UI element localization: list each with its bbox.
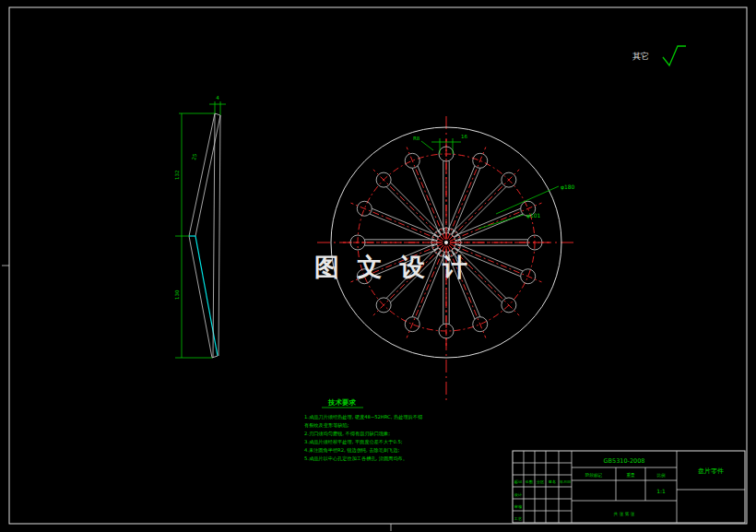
titleblock-header: 年月日 <box>560 479 572 484</box>
note-line: 4.未注圆角半径R2, 锐边倒钝, 去除毛刺飞边; <box>304 447 399 454</box>
slot-centerline <box>373 170 443 240</box>
side-profile-inner-upper <box>195 115 220 236</box>
slot-centerline <box>449 170 519 240</box>
side-profile-inner-lower <box>195 236 218 356</box>
dim-angle: 25 <box>191 153 197 161</box>
note-line: 1.成品刀片须经热处理, 硬度48~52HRC, 热处理后不得 <box>304 414 423 420</box>
scale-value: 1:1 <box>656 488 666 494</box>
scale-label: 比例 <box>656 473 666 479</box>
slot-side <box>456 208 521 235</box>
weight-label: 重量 <box>626 472 635 478</box>
dim-upper: 132 <box>174 171 180 181</box>
dim-thickness: 4 <box>216 95 219 100</box>
roughness-note: 其它 <box>632 46 686 65</box>
titleblock-role: 审核 <box>514 504 523 509</box>
slot-side <box>456 187 505 236</box>
note-line: 5.成品片以中心孔定位加工各槽孔, 沿圆周均布。 <box>304 455 408 462</box>
side-view: 4 25 132 130 <box>174 95 226 358</box>
titleblock-role: 工艺 <box>514 516 523 521</box>
side-back-edge-inner <box>219 115 220 356</box>
leader-upper-label: φ180 <box>561 183 575 191</box>
slot-side <box>448 166 475 231</box>
note-line: 有裂纹及变形等缺陷; <box>304 422 349 429</box>
sheet-label: 共 张 第 张 <box>614 512 635 517</box>
side-top-cap <box>215 113 220 115</box>
dim-lower: 130 <box>174 290 180 300</box>
slot-side <box>370 214 434 241</box>
stage-label: 阶段标记 <box>585 472 603 479</box>
title-block: GB5310-2008 盘片零件 阶段标记 重量 比例 1:1 共 张 第 张 … <box>513 451 745 523</box>
notes-title: 技术要求 <box>327 398 357 407</box>
dim-width: 16 <box>461 134 467 139</box>
other-surfaces-label: 其它 <box>632 52 649 61</box>
notes-lines: 1.成品刀片须经热处理, 硬度48~52HRC, 热处理后不得 有裂纹及变形等缺… <box>304 414 423 462</box>
leader-line <box>496 186 559 214</box>
slot-side <box>454 168 480 232</box>
leader-lower-label: φ101 <box>526 212 541 219</box>
tech-notes: 技术要求 1.成品刀片须经热处理, 硬度48~52HRC, 热处理后不得 有裂纹… <box>304 398 423 462</box>
note-line: 3.成品片须经校平处理, 平面度公差不大于0.5; <box>304 439 403 445</box>
part-name: 盘片零件 <box>698 467 724 475</box>
slot-side <box>386 187 435 236</box>
watermark-text: 图 文 设 计 <box>314 253 472 281</box>
tb-header-row: 标记处数分区签名年月日 <box>514 479 571 485</box>
titleblock-header: 处数 <box>526 479 534 484</box>
slot-side <box>418 166 444 231</box>
titleblock-role: 设计 <box>514 492 523 497</box>
titleblock-header: 分区 <box>537 479 545 484</box>
dim-radius: R8 <box>413 136 420 141</box>
slot-side <box>372 208 436 235</box>
drawing-code: GB5310-2008 <box>604 457 645 465</box>
leader-line <box>421 141 433 150</box>
note-line: 2.刃口须均匀磨锐, 不得有崩刃缺口现象; <box>304 431 390 437</box>
cad-drawing: 其它 4 25 132 130 R8 <box>0 0 756 532</box>
slot-side <box>412 168 439 232</box>
center-point <box>444 241 448 244</box>
titleblock-header: 签名 <box>549 479 556 484</box>
cad-sheet: 其它 4 25 132 130 R8 <box>0 0 756 532</box>
roughness-check-icon <box>663 46 686 65</box>
titleblock-header: 标记 <box>514 479 523 485</box>
slot-side <box>391 183 440 231</box>
tb-role-column: 设计审核工艺 <box>514 492 523 521</box>
slot-side <box>453 183 502 231</box>
